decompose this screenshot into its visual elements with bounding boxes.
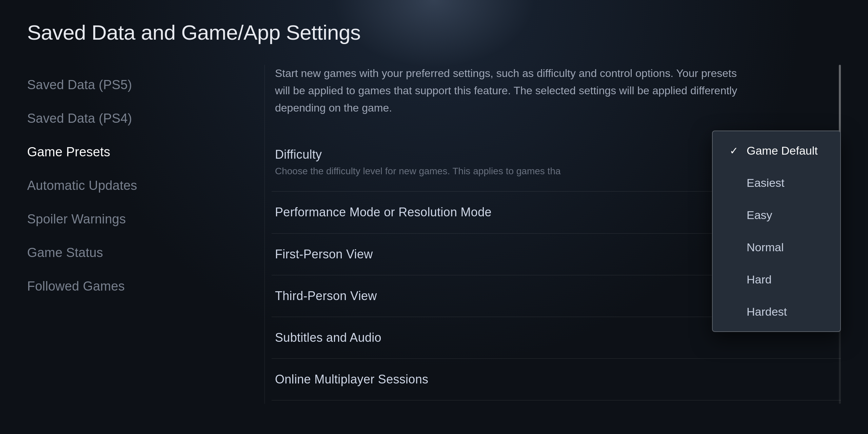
third-person-label: Third-Person View bbox=[275, 289, 377, 303]
dropdown-option-easy[interactable]: Easy bbox=[713, 199, 840, 231]
page-container: Saved Data and Game/App Settings Saved D… bbox=[0, 0, 868, 434]
settings-list: Difficulty Choose the difficulty level f… bbox=[272, 134, 841, 400]
performance-label: Performance Mode or Resolution Mode bbox=[275, 205, 492, 219]
difficulty-dropdown[interactable]: ✓ Game Default Easiest Easy bbox=[712, 131, 841, 332]
sidebar: Saved Data (PS5) Saved Data (PS4) Game P… bbox=[27, 65, 264, 404]
difficulty-sublabel: Choose the difficulty level for new game… bbox=[275, 164, 561, 178]
first-person-label: First-Person View bbox=[275, 247, 373, 261]
online-label: Online Multiplayer Sessions bbox=[275, 372, 428, 387]
online-item-main: Online Multiplayer Sessions bbox=[275, 372, 837, 387]
description-text: Start new games with your preferred sett… bbox=[272, 65, 746, 117]
sidebar-item-saved-data-ps4[interactable]: Saved Data (PS4) bbox=[27, 102, 244, 135]
main-content: Start new games with your preferred sett… bbox=[264, 65, 841, 404]
dropdown-option-normal[interactable]: Normal bbox=[713, 231, 840, 263]
sidebar-item-saved-data-ps5[interactable]: Saved Data (PS5) bbox=[27, 68, 244, 102]
setting-item-online-multiplayer[interactable]: Online Multiplayer Sessions bbox=[272, 359, 841, 400]
dropdown-menu: ✓ Game Default Easiest Easy bbox=[712, 131, 841, 332]
difficulty-label-group: Difficulty Choose the difficulty level f… bbox=[275, 147, 561, 178]
subtitles-label: Subtitles and Audio bbox=[275, 331, 381, 345]
sidebar-item-automatic-updates[interactable]: Automatic Updates bbox=[27, 169, 244, 202]
sidebar-item-game-presets[interactable]: Game Presets bbox=[27, 135, 244, 169]
page-title: Saved Data and Game/App Settings bbox=[27, 20, 841, 44]
checkmark-icon: ✓ bbox=[730, 145, 740, 157]
dropdown-option-hardest[interactable]: Hardest bbox=[713, 296, 840, 328]
sidebar-item-followed-games[interactable]: Followed Games bbox=[27, 270, 244, 303]
sidebar-item-spoiler-warnings[interactable]: Spoiler Warnings bbox=[27, 202, 244, 236]
scrollbar-thumb[interactable] bbox=[839, 65, 841, 133]
subtitles-item-main: Subtitles and Audio bbox=[275, 331, 837, 345]
dropdown-option-easiest[interactable]: Easiest bbox=[713, 167, 840, 199]
sidebar-item-game-status[interactable]: Game Status bbox=[27, 236, 244, 270]
dropdown-option-game-default[interactable]: ✓ Game Default bbox=[713, 135, 840, 167]
setting-item-difficulty[interactable]: Difficulty Choose the difficulty level f… bbox=[272, 134, 841, 192]
dropdown-option-hard[interactable]: Hard bbox=[713, 263, 840, 296]
content-layout: Saved Data (PS5) Saved Data (PS4) Game P… bbox=[27, 65, 841, 404]
difficulty-label: Difficulty bbox=[275, 147, 561, 162]
